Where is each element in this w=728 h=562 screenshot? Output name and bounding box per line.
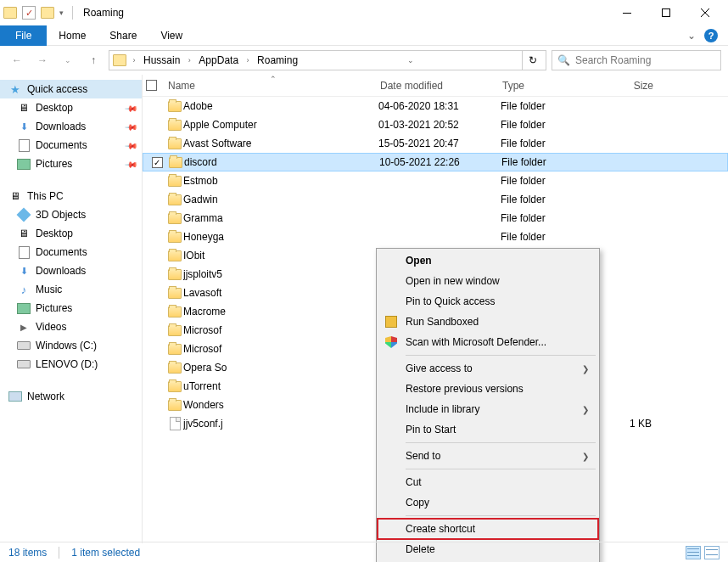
table-row[interactable]: Adobe04-06-2020 18:31File folder: [143, 97, 728, 115]
large-icons-view-button[interactable]: [704, 546, 720, 559]
sidebar-item-videos[interactable]: Videos: [0, 318, 142, 336]
folder-icon: [41, 7, 54, 19]
folder-icon: [168, 269, 182, 280]
home-tab[interactable]: Home: [47, 26, 98, 45]
svg-rect-1: [663, 9, 670, 17]
row-checkbox[interactable]: ✓: [152, 157, 163, 168]
view-tab[interactable]: View: [148, 26, 194, 45]
ctx-copy[interactable]: Copy: [378, 492, 597, 513]
file-name: Gadwin: [183, 194, 378, 205]
ctx-create-shortcut[interactable]: Create shortcut: [378, 519, 597, 539]
search-input[interactable]: 🔍 Search Roaming: [552, 50, 721, 70]
up-button[interactable]: ↑: [83, 50, 104, 70]
ctx-cut[interactable]: Cut: [378, 472, 597, 492]
file-date: 01-03-2021 20:52: [378, 119, 501, 131]
pictures-icon: [17, 302, 31, 314]
sidebar-item-pictures[interactable]: Pictures: [0, 299, 142, 318]
sidebar-item-quick-access[interactable]: Quick access: [0, 80, 142, 98]
breadcrumb[interactable]: AppData: [197, 54, 240, 66]
ctx-restore-previous[interactable]: Restore previous versions: [378, 379, 597, 399]
maximize-button[interactable]: [647, 0, 686, 25]
recent-dropdown-icon[interactable]: ⌄: [58, 50, 78, 70]
ctx-pin-start[interactable]: Pin to Start: [378, 419, 597, 440]
column-date[interactable]: Date modified: [380, 80, 502, 92]
chevron-right-icon[interactable]: ›: [242, 56, 254, 65]
table-row[interactable]: Apple Computer01-03-2021 20:52File folde…: [143, 115, 728, 134]
sidebar-item-this-pc[interactable]: This PC: [0, 187, 142, 205]
sidebar-item-desktop[interactable]: Desktop📌: [0, 98, 142, 117]
ctx-open-new-window[interactable]: Open in new window: [378, 271, 597, 291]
table-row[interactable]: EstmobFile folder: [143, 171, 728, 190]
sidebar-item-network[interactable]: Network: [0, 387, 142, 406]
ctx-run-sandboxed[interactable]: Run Sandboxed: [378, 312, 597, 332]
select-all-checkbox[interactable]: [146, 80, 157, 91]
qat-check-icon[interactable]: ✓: [22, 6, 36, 20]
sidebar-item-music[interactable]: Music: [0, 280, 142, 299]
sidebar-item-3d-objects[interactable]: 3D Objects: [0, 205, 142, 224]
svg-rect-0: [623, 13, 631, 14]
table-row[interactable]: GrammaFile folder: [143, 209, 728, 228]
breadcrumb[interactable]: Hussain: [142, 54, 182, 66]
chevron-right-icon: ❯: [582, 364, 589, 374]
sidebar-item-desktop[interactable]: Desktop: [0, 224, 142, 243]
ctx-send-to[interactable]: Send to❯: [378, 446, 597, 466]
table-row[interactable]: ✓discord10-05-2021 22:26File folder: [143, 153, 728, 171]
disk-icon: [17, 358, 31, 370]
chevron-right-icon[interactable]: ›: [128, 56, 140, 65]
ctx-scan-defender[interactable]: Scan with Microsoft Defender...: [378, 332, 597, 352]
folder-icon: [168, 213, 182, 224]
folder-icon: [113, 54, 126, 66]
back-button[interactable]: ←: [7, 50, 27, 70]
ribbon-expand-icon[interactable]: ⌄: [687, 30, 696, 42]
sidebar-item-downloads[interactable]: Downloads: [0, 261, 142, 280]
table-row[interactable]: HoneygaFile folder: [143, 228, 728, 246]
chevron-right-icon[interactable]: ›: [183, 56, 195, 65]
sidebar-item-pictures[interactable]: Pictures📌: [0, 155, 142, 173]
file-type: File folder: [501, 194, 594, 205]
file-name: discord: [184, 156, 379, 168]
sidebar-item-documents[interactable]: Documents: [0, 243, 142, 261]
folder-icon: [168, 306, 182, 318]
file-name: Adobe: [183, 100, 378, 112]
refresh-button[interactable]: ↻: [522, 51, 542, 70]
sidebar-item-lenovo-d[interactable]: LENOVO (D:): [0, 355, 142, 374]
3d-objects-icon: [17, 209, 31, 221]
share-tab[interactable]: Share: [98, 26, 148, 45]
chevron-right-icon[interactable]: ⌄: [405, 56, 417, 65]
ctx-pin-quick-access[interactable]: Pin to Quick access: [378, 291, 597, 312]
folder-icon: [168, 325, 182, 336]
folder-icon: [3, 7, 17, 19]
file-name: Apple Computer: [183, 119, 378, 131]
file-list-pane: Name ⌃ Date modified Type Size Adobe04-0…: [143, 75, 728, 543]
minimize-button[interactable]: [608, 0, 647, 25]
file-type: File folder: [501, 119, 594, 131]
chevron-right-icon: ❯: [582, 405, 589, 414]
table-row[interactable]: Avast Software15-05-2021 20:47File folde…: [143, 134, 728, 153]
ctx-include-library[interactable]: Include in library❯: [378, 399, 597, 419]
address-box[interactable]: › Hussain › AppData › Roaming ⌄ ↻: [109, 50, 546, 70]
details-view-button[interactable]: [686, 546, 701, 559]
shield-icon: [384, 334, 399, 350]
breadcrumb[interactable]: Roaming: [255, 54, 300, 66]
file-tab[interactable]: File: [0, 25, 47, 46]
column-type[interactable]: Type: [502, 80, 596, 92]
column-size[interactable]: Size: [596, 80, 664, 92]
ctx-give-access[interactable]: Give access to❯: [378, 358, 597, 379]
search-icon: 🔍: [557, 54, 570, 66]
file-name: Gramma: [183, 212, 378, 224]
table-row[interactable]: GadwinFile folder: [143, 190, 728, 209]
sidebar-item-downloads[interactable]: Downloads📌: [0, 117, 142, 136]
chevron-right-icon: ❯: [582, 452, 589, 461]
folder-icon: [168, 120, 182, 131]
help-icon[interactable]: ?: [704, 29, 718, 42]
sidebar-item-windows-c[interactable]: Windows (C:): [0, 336, 142, 355]
close-button[interactable]: [686, 0, 725, 25]
folder-icon: [168, 381, 182, 392]
file-date: 04-06-2020 18:31: [378, 100, 501, 112]
qat-dropdown-icon[interactable]: ▾: [59, 8, 64, 17]
folder-icon: [168, 344, 182, 355]
forward-button[interactable]: →: [32, 50, 53, 70]
status-bar: 18 items 1 item selected: [0, 542, 728, 562]
sidebar-item-documents[interactable]: Documents📌: [0, 136, 142, 155]
ctx-open[interactable]: Open: [378, 250, 597, 271]
